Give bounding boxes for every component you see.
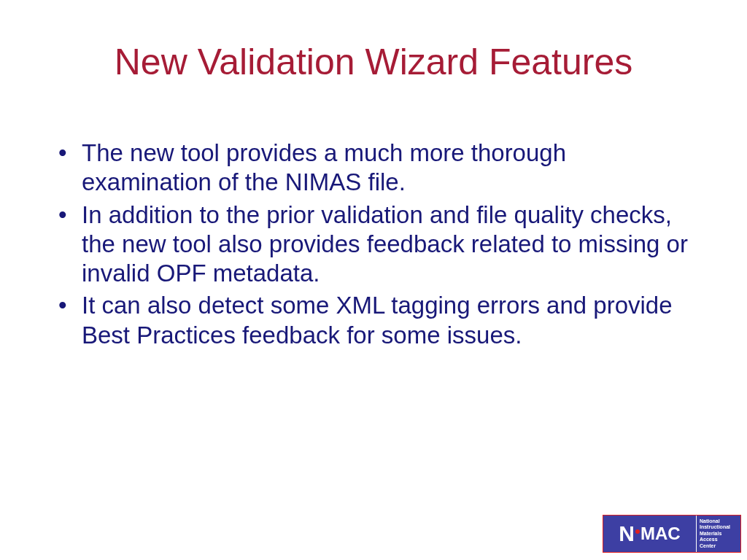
bullet-list: The new tool provides a much more thorou… xyxy=(51,139,696,350)
logo-letter-n: N xyxy=(619,521,635,546)
logo-line: Center xyxy=(700,543,740,549)
logo-line: Access xyxy=(700,537,740,542)
logo-letters-mac: MAC xyxy=(640,524,681,544)
logo-line: Instructional xyxy=(700,524,740,530)
logo-dot-icon xyxy=(635,529,640,534)
logo-acronym: NMAC xyxy=(603,516,697,552)
logo-line: Materials xyxy=(700,531,740,537)
slide-body: The new tool provides a much more thorou… xyxy=(51,139,696,353)
nimac-logo: NMAC National Instructional Materials Ac… xyxy=(603,515,741,553)
logo-line: National xyxy=(700,518,740,524)
slide: New Validation Wizard Features The new t… xyxy=(0,0,747,560)
bullet-item: In addition to the prior validation and … xyxy=(51,201,696,289)
bullet-item: The new tool provides a much more thorou… xyxy=(51,139,696,198)
slide-title: New Validation Wizard Features xyxy=(0,41,747,83)
logo-fullname: National Instructional Materials Access … xyxy=(697,516,740,552)
bullet-item: It can also detect some XML tagging erro… xyxy=(51,291,696,350)
